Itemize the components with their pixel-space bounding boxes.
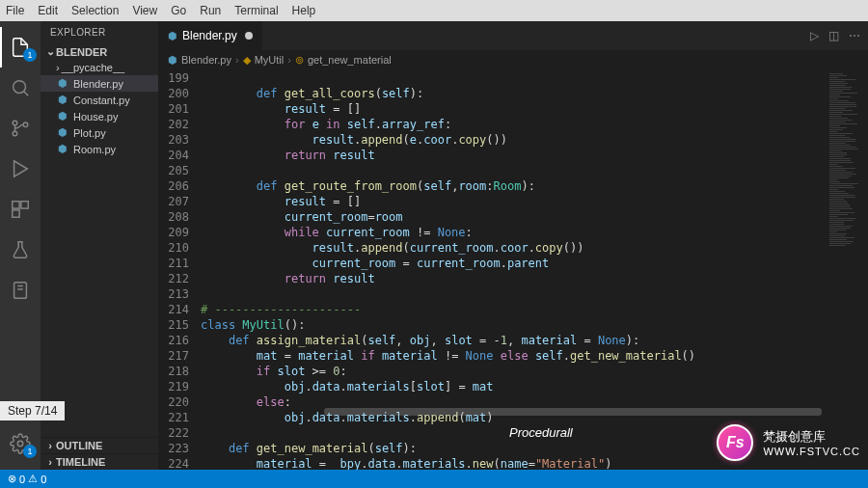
method-icon: ⊚ [295, 54, 304, 67]
chevron-right-icon: › [44, 440, 56, 451]
play-bug-icon [10, 158, 31, 179]
svg-point-1 [13, 121, 17, 125]
menu-go[interactable]: Go [171, 4, 186, 17]
svg-rect-7 [14, 283, 27, 299]
line-gutter: 1992002012022032042052062072082092102112… [158, 69, 201, 470]
beaker-icon [10, 239, 31, 260]
breadcrumb-class[interactable]: MyUtil [255, 54, 285, 66]
python-icon: ⬢ [168, 30, 177, 42]
svg-point-3 [23, 122, 28, 127]
tab-blender[interactable]: ⬢ Blender.py [158, 21, 263, 50]
svg-rect-6 [13, 210, 19, 217]
chevron-right-icon: › [235, 54, 239, 66]
python-icon: ⬢ [168, 54, 177, 67]
activity-search[interactable] [0, 68, 41, 108]
activity-explorer[interactable]: 1 [0, 27, 41, 68]
menu-bar: File Edit Selection View Go Run Terminal… [0, 0, 868, 21]
breadcrumb[interactable]: ⬢ Blender.py › ◆ MyUtil › ⊚ get_new_mate… [158, 50, 868, 69]
svg-rect-5 [21, 202, 28, 208]
tutorial-step-overlay: Step 7/14 [0, 401, 65, 420]
main-area: 1 1 EXPLORER ⌄ BLENDER ›__ [0, 21, 868, 470]
activity-extensions[interactable] [0, 189, 41, 230]
menu-terminal[interactable]: Terminal [234, 4, 278, 17]
tree-file-house[interactable]: ⬢House.py [41, 108, 158, 124]
editor-body: 1992002012022032042052062072082092102112… [158, 69, 868, 470]
menu-file[interactable]: File [6, 4, 24, 17]
extensions-icon [10, 199, 31, 220]
file-tree: ›__pycache__ ⬢Blender.py ⬢Constant.py ⬢H… [41, 60, 158, 437]
settings-badge: 1 [23, 445, 37, 458]
more-icon[interactable]: ⋯ [849, 29, 860, 42]
tab-bar: ⬢ Blender.py ▷ ◫ ⋯ [158, 21, 868, 50]
python-icon: ⬢ [56, 126, 69, 139]
sidebar-root[interactable]: ⌄ BLENDER [41, 43, 158, 60]
svg-rect-4 [13, 202, 19, 208]
activity-settings[interactable]: 1 [0, 423, 41, 464]
chevron-right-icon: › [287, 54, 291, 66]
sidebar-title: EXPLORER [41, 21, 158, 43]
svg-point-2 [13, 131, 17, 136]
svg-point-0 [14, 81, 26, 94]
notebook-icon [10, 280, 31, 301]
folder-root-label: BLENDER [56, 46, 107, 58]
breadcrumb-method[interactable]: get_new_material [308, 54, 392, 66]
svg-point-8 [17, 441, 23, 447]
activity-source-control[interactable] [0, 108, 41, 149]
class-icon: ◆ [243, 54, 251, 67]
sidebar-timeline[interactable]: ›TIMELINE [41, 453, 158, 470]
run-icon[interactable]: ▷ [810, 29, 819, 42]
warning-icon: ⚠ [28, 473, 38, 485]
menu-view[interactable]: View [132, 4, 157, 17]
explorer-badge: 1 [23, 48, 37, 62]
chevron-right-icon: › [56, 62, 60, 73]
menu-run[interactable]: Run [200, 4, 221, 17]
tree-file-plot[interactable]: ⬢Plot.py [41, 124, 158, 141]
sidebar-bottom: ›OUTLINE ›TIMELINE [41, 437, 158, 470]
error-icon: ⊗ [8, 473, 16, 485]
menu-edit[interactable]: Edit [38, 4, 58, 17]
tab-label: Blender.py [182, 29, 237, 42]
tree-file-constant[interactable]: ⬢Constant.py [41, 92, 158, 108]
search-icon [10, 77, 31, 98]
brand-logo: Fs [717, 424, 753, 461]
tree-file-room[interactable]: ⬢Room.py [41, 141, 158, 157]
branch-icon [10, 118, 31, 139]
python-icon: ⬢ [56, 94, 69, 106]
python-icon: ⬢ [56, 143, 69, 155]
tree-folder-pycache[interactable]: ›__pycache__ [41, 60, 158, 75]
menu-help[interactable]: Help [292, 4, 316, 17]
python-icon: ⬢ [56, 110, 69, 122]
dirty-indicator-icon [245, 32, 253, 40]
chevron-down-icon: ⌄ [44, 45, 56, 58]
watermark: Fs 梵摄创意库 WWW.FSTVC.CC [717, 424, 860, 461]
brand-text: 梵摄创意库 WWW.FSTVC.CC [763, 428, 860, 457]
overlay-caption: Procedurall [509, 425, 573, 440]
menu-selection[interactable]: Selection [71, 4, 119, 17]
minimap[interactable] [827, 69, 868, 470]
editor-group: ⬢ Blender.py ▷ ◫ ⋯ ⬢ Blender.py › ◆ MyUt… [158, 21, 868, 470]
activity-testing[interactable] [0, 230, 41, 270]
status-bar: ⊗0 ⚠0 [0, 470, 868, 488]
horizontal-scrollbar[interactable] [324, 408, 822, 416]
status-errors[interactable]: ⊗0 ⚠0 [8, 473, 46, 485]
activity-extra[interactable] [0, 270, 41, 311]
breadcrumb-file[interactable]: Blender.py [181, 54, 231, 66]
activity-run-debug[interactable] [0, 149, 41, 189]
sidebar-outline[interactable]: ›OUTLINE [41, 437, 158, 453]
chevron-right-icon: › [44, 456, 56, 468]
tree-file-blender[interactable]: ⬢Blender.py [41, 75, 158, 92]
split-editor-icon[interactable]: ◫ [828, 29, 839, 42]
tab-actions: ▷ ◫ ⋯ [810, 21, 868, 50]
python-icon: ⬢ [56, 77, 69, 90]
